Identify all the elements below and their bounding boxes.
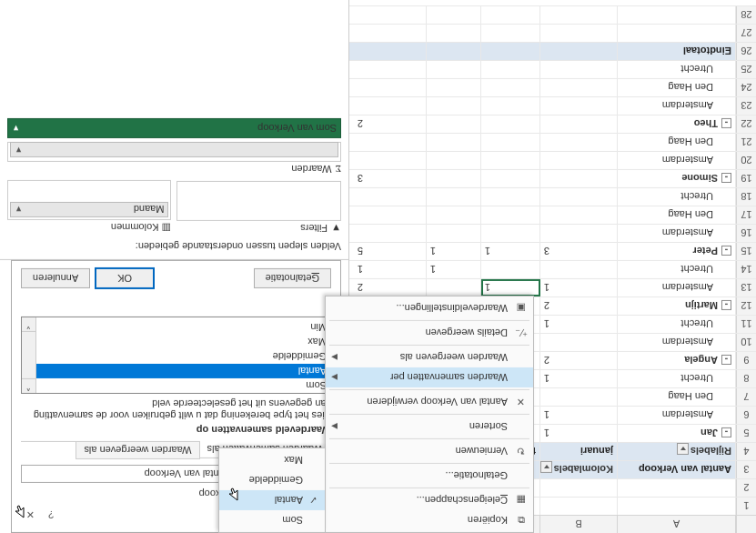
summarize-listbox[interactable]: Som Aantal Gemiddelde Max Min Product ˄˅ (21, 317, 331, 394)
cancel-button[interactable]: Annuleren (21, 268, 90, 288)
pivot-field-pane: Velden slepen tussen onderstaande gebied… (0, 0, 348, 260)
ctx-copy[interactable]: ⧉Kopiëren (326, 510, 533, 530)
col-B[interactable]: B (540, 516, 618, 533)
ctx-sort[interactable]: Sorteren▶ (326, 417, 533, 437)
row-dh[interactable]: Den Haag (618, 134, 736, 151)
format-cells-icon: ▦ (513, 495, 529, 507)
zone-values[interactable]: ▼ (7, 142, 341, 162)
ctx-number-format[interactable]: Getalnotatie... (326, 466, 533, 486)
column-labels-dropdown[interactable] (540, 461, 552, 473)
sub-som[interactable]: Som (219, 510, 325, 530)
row-simone[interactable]: Simone (681, 173, 718, 184)
details-icon: ⁺⁄₋ (513, 327, 529, 339)
help-icon[interactable]: ? (43, 510, 59, 521)
ctx-value-field-settings[interactable]: ▣Waardeveldinstellingen... (326, 298, 533, 318)
ctx-remove-field[interactable]: ✕Aantal van Verkoop verwijderen (326, 392, 533, 412)
summarize-submenu: Som ✓Aantal Gemiddelde Max (218, 448, 326, 533)
ctx-summarize-values[interactable]: Waarden samenvatten per▶ (326, 367, 533, 387)
settings-icon: ▣ (513, 303, 529, 315)
selected-cell[interactable]: 1 (481, 279, 540, 297)
collapse-icon[interactable]: - (721, 427, 731, 437)
columns-icon: ▥ (163, 222, 172, 234)
collapse-icon[interactable]: - (721, 173, 731, 183)
sub-gemiddelde[interactable]: Gemiddelde (219, 470, 325, 490)
tab-showvalues[interactable]: Waarden weergeven als (76, 442, 199, 459)
list-item-product[interactable]: Product (22, 317, 330, 320)
ctx-refresh[interactable]: ↻Vernieuwen (326, 441, 533, 461)
ctx-cell-format[interactable]: ▦Celeigenschappen... (326, 490, 533, 510)
row-martijn[interactable]: Martijn (685, 300, 718, 311)
zone-tag-somvanverkoop[interactable]: Som van Verkoop▼ (7, 118, 341, 138)
row-labels-dropdown[interactable] (677, 443, 689, 455)
check-icon: ✓ (307, 495, 321, 507)
close-icon[interactable]: ✕ (21, 510, 40, 521)
list-item-max[interactable]: Max (22, 335, 330, 349)
row-utr[interactable]: Utrecht (618, 261, 736, 278)
row-peter[interactable]: Peter (692, 246, 718, 256)
zone-tag-maand[interactable]: Maand▼ (10, 202, 169, 217)
collapse-icon[interactable]: - (721, 300, 731, 310)
ok-button[interactable]: OK (96, 268, 154, 288)
fieldpane-hint: Velden slepen tussen onderstaande gebied… (7, 241, 341, 252)
copy-icon: ⧉ (513, 515, 529, 527)
row-theo[interactable]: Theo (694, 118, 718, 129)
filter-icon: ▼ (331, 223, 341, 234)
row-ams[interactable]: Amsterdam (618, 225, 736, 242)
list-item-som[interactable]: Som (22, 378, 330, 393)
row-ams[interactable]: Amsterdam (618, 152, 736, 169)
row-utr[interactable]: Utrecht (618, 370, 736, 387)
row-grandtotal[interactable]: Eindtotaal (618, 43, 736, 60)
number-format-button[interactable]: Getalnotatie (254, 268, 331, 288)
zone-filters-label: Filters (300, 223, 328, 234)
listbox-scrollbar[interactable]: ˄˅ (22, 317, 36, 393)
col-A[interactable]: A (618, 516, 736, 533)
column-labels-caption: Kolomlabels (554, 464, 613, 475)
collapse-icon[interactable]: - (721, 355, 731, 365)
zone-filters[interactable] (177, 181, 342, 221)
row-utr[interactable]: Utrecht (618, 316, 736, 333)
zone-columns[interactable]: Maand▼ (7, 180, 172, 220)
row-ams[interactable]: Amsterdam (618, 407, 736, 424)
sub-max[interactable]: Max (219, 450, 325, 470)
refresh-icon: ↻ (513, 446, 529, 458)
row-dh[interactable]: Den Haag (618, 79, 736, 96)
sigma-icon: Σ (336, 164, 341, 175)
row-angela[interactable]: Angela (684, 355, 718, 366)
context-menu: ⧉Kopiëren ▦Celeigenschappen... Getalnota… (325, 296, 534, 533)
ctx-show-details[interactable]: ⁺⁄₋Details weergeven (326, 323, 533, 343)
source-name-value: Verkoop (21, 488, 236, 499)
row-jan[interactable]: Jan (701, 427, 718, 438)
zone-values-label: Waarden (291, 164, 331, 175)
list-item-gemiddelde[interactable]: Gemiddelde (22, 349, 330, 364)
custom-name-input[interactable] (21, 465, 236, 483)
row-dh[interactable]: Den Haag (618, 388, 736, 406)
row-ams[interactable]: Amsterdam (618, 279, 736, 297)
zone-columns-label: Kolommen (111, 223, 159, 234)
row-ams[interactable]: Amsterdam (618, 97, 736, 115)
collapse-icon[interactable]: - (721, 246, 731, 256)
section-summarize-title: Waardeveld samenvatten op (21, 425, 331, 436)
zone-tag-placeholder[interactable]: ▼ (10, 143, 338, 158)
list-item-min[interactable]: Min (22, 320, 330, 335)
ctx-show-values-as[interactable]: Waarden weergeven als▶ (326, 347, 533, 367)
row-utr[interactable]: Utrecht (618, 61, 736, 78)
row-ams[interactable]: Amsterdam (618, 334, 736, 351)
section-summarize-desc: Kies het type berekening dat u wilt gebr… (21, 397, 331, 421)
sub-aantal[interactable]: ✓Aantal (219, 490, 325, 510)
row-dh[interactable]: Den Haag (618, 206, 736, 224)
col-jan[interactable]: januari (540, 443, 618, 460)
collapse-icon[interactable]: - (721, 118, 731, 128)
remove-icon: ✕ (513, 397, 529, 408)
pivot-data-field-label: Aantal van Verkoop (618, 461, 736, 478)
row-utr[interactable]: Utrecht (618, 188, 736, 206)
row-labels-caption: Rijlabels (690, 446, 731, 457)
list-item-aantal[interactable]: Aantal (22, 364, 330, 378)
